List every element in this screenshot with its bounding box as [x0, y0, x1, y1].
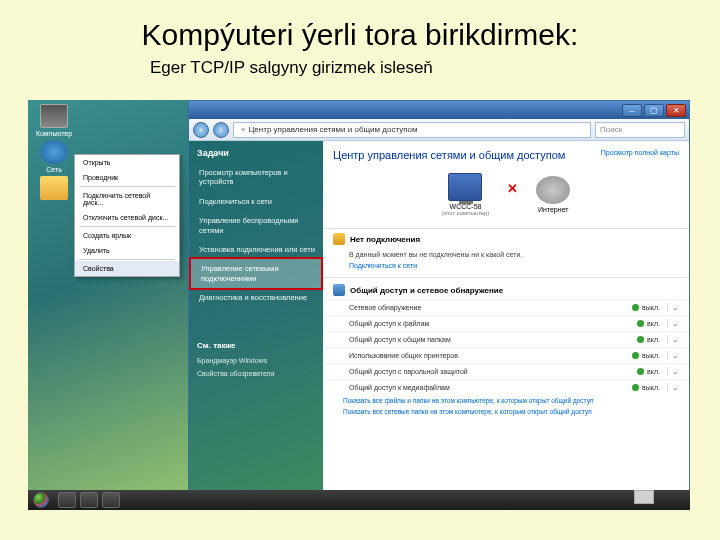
window-body: Задачи Просмотр компьютеров и устройств …: [189, 141, 689, 491]
separator: [79, 226, 175, 227]
row-printer-sharing[interactable]: Использование общих принтеров выкл.⌄: [323, 347, 689, 363]
chevron-down-icon[interactable]: ⌄: [667, 383, 679, 392]
ctx-open[interactable]: Открыть: [75, 155, 179, 170]
separator: [79, 186, 175, 187]
ctx-map-drive[interactable]: Подключить сетевой диск...: [75, 188, 179, 210]
status-dot-icon: [632, 304, 639, 311]
connection-status-header: Нет подключения: [323, 228, 689, 249]
chevron-down-icon[interactable]: ⌄: [667, 351, 679, 360]
windows-screenshot: Компьютер Сеть Открыть Проводник Подключ…: [28, 100, 690, 510]
row-value: вкл.: [647, 320, 660, 327]
show-shared-files-link[interactable]: Показать все файлы и папки на этом компь…: [323, 395, 689, 406]
row-label: Общий доступ к медиафайлам: [349, 384, 450, 391]
seealso-firewall[interactable]: Брандмауэр Windows: [197, 354, 315, 367]
status-dot-icon: [637, 336, 644, 343]
taskbar-item[interactable]: [80, 492, 98, 508]
minimize-button[interactable]: –: [622, 104, 642, 117]
address-bar-row: ‹ › « Центр управления сетями и общим до…: [189, 119, 689, 141]
desktop-icon-label: Сеть: [34, 166, 74, 173]
sidebar-item-manage-connections[interactable]: Управление сетевыми подключениями: [189, 257, 323, 290]
row-value: выкл.: [642, 384, 660, 391]
start-button[interactable]: [28, 490, 54, 510]
desktop-icon-computer[interactable]: Компьютер: [34, 104, 74, 137]
row-media-sharing[interactable]: Общий доступ к медиафайлам выкл.⌄: [323, 379, 689, 395]
row-label: Общий доступ к файлам: [349, 320, 429, 327]
row-public-folder[interactable]: Общий доступ к общим папкам вкл.⌄: [323, 331, 689, 347]
row-label: Использование общих принтеров: [349, 352, 458, 359]
chevron-down-icon[interactable]: ⌄: [667, 303, 679, 312]
globe-icon: [536, 176, 570, 204]
ctx-shortcut[interactable]: Создать ярлык: [75, 228, 179, 243]
row-value: выкл.: [642, 352, 660, 359]
back-button[interactable]: ‹: [193, 122, 209, 138]
breadcrumb-sep: «: [241, 125, 245, 134]
ctx-explorer[interactable]: Проводник: [75, 170, 179, 185]
taskbar-item[interactable]: [58, 492, 76, 508]
diagram-node-name: WCCC-58: [442, 203, 489, 210]
computer-icon: [448, 173, 482, 201]
row-network-discovery[interactable]: Сетевое обнаружение выкл.⌄: [323, 299, 689, 315]
status-note: В данный момент вы не подключены ни к ка…: [323, 249, 689, 260]
ctx-delete[interactable]: Удалить: [75, 243, 179, 258]
sidebar-seealso: См. также Брандмауэр Windows Свойства об…: [189, 335, 323, 386]
section-header-text: Общий доступ и сетевое обнаружение: [350, 286, 503, 295]
main-pane: Центр управления сетями и общим доступом…: [323, 141, 689, 491]
address-bar[interactable]: « Центр управления сетями и общим доступ…: [233, 122, 591, 138]
sidebar-item-connect[interactable]: Подключиться к сети: [189, 192, 323, 211]
titlebar: – ▢ ✕: [189, 101, 689, 119]
tasks-sidebar: Задачи Просмотр компьютеров и устройств …: [189, 141, 323, 491]
diagram-internet: Интернет: [536, 176, 570, 213]
desktop-icon-label: Компьютер: [34, 130, 74, 137]
separator: [79, 259, 175, 260]
status-dot-icon: [632, 352, 639, 359]
slide-subtitle: Eger TCP/IP salgyny girizmek isleseň: [0, 56, 720, 84]
row-value: вкл.: [647, 368, 660, 375]
taskbar: [28, 490, 690, 510]
row-label: Общий доступ с парольной защитой: [349, 368, 468, 375]
sidebar-item-wireless[interactable]: Управление беспроводными сетями: [189, 211, 323, 240]
status-dot-icon: [637, 368, 644, 375]
status-dot-icon: [632, 384, 639, 391]
chevron-down-icon[interactable]: ⌄: [667, 335, 679, 344]
diagram-node-name: Интернет: [536, 206, 570, 213]
maximize-button[interactable]: ▢: [644, 104, 664, 117]
breadcrumb-text: Центр управления сетями и общим доступом: [248, 125, 417, 134]
row-value: выкл.: [642, 304, 660, 311]
desktop-icon-network[interactable]: Сеть: [34, 140, 74, 173]
sidebar-item-diagnose[interactable]: Диагностика и восстановление: [189, 288, 323, 307]
row-password-sharing[interactable]: Общий доступ с парольной защитой вкл.⌄: [323, 363, 689, 379]
ctx-unmap-drive[interactable]: Отключить сетевой диск...: [75, 210, 179, 225]
row-file-sharing[interactable]: Общий доступ к файлам вкл.⌄: [323, 315, 689, 331]
chevron-down-icon[interactable]: ⌄: [667, 319, 679, 328]
sharing-section: Общий доступ и сетевое обнаружение Сетев…: [323, 277, 689, 395]
taskbar-item[interactable]: [102, 492, 120, 508]
desktop-icon-folder[interactable]: [34, 176, 74, 202]
network-icon: [40, 140, 68, 164]
row-label: Общий доступ к общим папкам: [349, 336, 451, 343]
status-text: Нет подключения: [350, 235, 420, 244]
show-shared-folders-link[interactable]: Показать все сетевые папки на этом компь…: [323, 406, 689, 417]
control-panel-window: – ▢ ✕ ‹ › « Центр управления сетями и об…: [188, 100, 690, 490]
sharing-section-header: Общий доступ и сетевое обнаружение: [323, 278, 689, 299]
ctx-properties[interactable]: Свойства: [75, 261, 179, 276]
slide-number-box: [634, 490, 654, 504]
computer-icon: [40, 104, 68, 128]
row-value: вкл.: [647, 336, 660, 343]
context-menu: Открыть Проводник Подключить сетевой дис…: [74, 154, 180, 277]
view-full-map-link[interactable]: Просмотр полной карты: [601, 149, 679, 156]
slide-title: Kompýuteri ýerli tora birikdirmek:: [0, 0, 720, 56]
close-button[interactable]: ✕: [666, 104, 686, 117]
start-orb-icon: [33, 492, 49, 508]
sidebar-item-view-computers[interactable]: Просмотр компьютеров и устройств: [189, 163, 323, 192]
search-input[interactable]: Поиск: [595, 122, 685, 138]
row-label: Сетевое обнаружение: [349, 304, 421, 311]
desktop-background: Компьютер Сеть Открыть Проводник Подключ…: [28, 100, 188, 490]
diagram-node-sub: (этот компьютер): [442, 210, 489, 216]
seealso-internet-options[interactable]: Свойства обозревателя: [197, 367, 315, 380]
seealso-header: См. также: [197, 341, 315, 350]
forward-button[interactable]: ›: [213, 122, 229, 138]
network-diagram: WCCC-58 (этот компьютер) ✕ Интернет: [323, 165, 689, 228]
folder-icon: [40, 176, 68, 200]
connect-link[interactable]: Подключиться к сети: [323, 260, 689, 277]
chevron-down-icon[interactable]: ⌄: [667, 367, 679, 376]
